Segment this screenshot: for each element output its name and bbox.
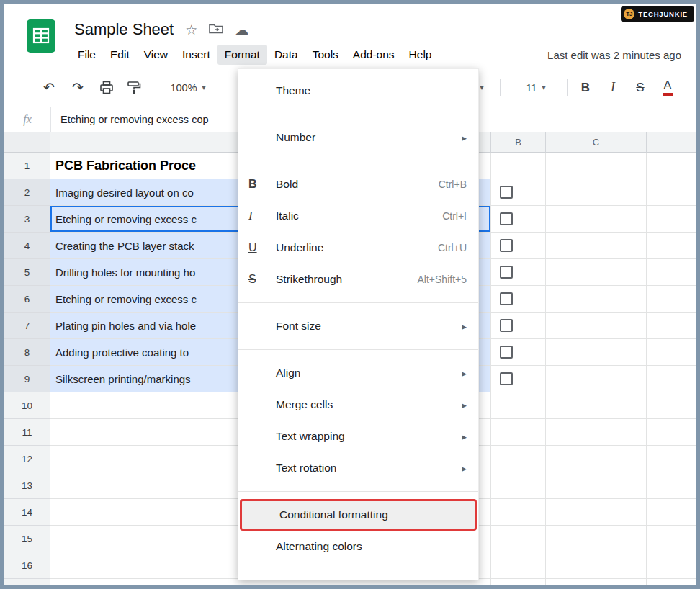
formula-bar-input[interactable]: Etching or removing excess cop xyxy=(51,114,209,125)
cell-c5[interactable] xyxy=(546,259,647,286)
cell-c7[interactable] xyxy=(546,313,647,339)
format-menu-item-text-wrapping[interactable]: Text wrapping ▸ xyxy=(238,421,478,452)
column-header-c[interactable]: C xyxy=(546,132,647,153)
cell-b6[interactable] xyxy=(491,286,546,313)
cell-d14[interactable] xyxy=(647,499,696,526)
zoom-select[interactable]: 100% ▾ xyxy=(160,68,216,107)
cell-d5[interactable] xyxy=(647,259,696,286)
font-size-select[interactable]: 11 ▾ xyxy=(508,68,563,107)
cell-c17[interactable] xyxy=(546,579,647,585)
checkbox-b3[interactable] xyxy=(500,212,513,225)
cell-b17[interactable] xyxy=(491,579,546,585)
row-header-8[interactable]: 8 xyxy=(4,339,50,366)
menu-addons[interactable]: Add-ons xyxy=(346,45,402,65)
format-menu-item-merge-cells[interactable]: Merge cells ▸ xyxy=(238,389,478,421)
format-menu-item-align[interactable]: Align ▸ xyxy=(238,357,478,389)
menu-data[interactable]: Data xyxy=(267,45,305,65)
row-header-10[interactable]: 10 xyxy=(4,392,50,419)
cell-b1[interactable] xyxy=(491,153,546,179)
format-menu-item-strikethrough[interactable]: S Strikethrough Alt+Shift+5 xyxy=(238,264,478,295)
row-header-1[interactable]: 1 xyxy=(4,153,50,179)
cell-b11[interactable] xyxy=(491,419,546,446)
cell-b4[interactable] xyxy=(491,233,546,259)
row-header-9[interactable]: 9 xyxy=(4,366,50,392)
row-header-5[interactable]: 5 xyxy=(4,259,50,286)
cell-d7[interactable] xyxy=(647,313,696,339)
row-header-11[interactable]: 11 xyxy=(4,419,50,446)
cell-b7[interactable] xyxy=(491,313,546,339)
cell-c1[interactable] xyxy=(546,153,647,179)
print-button[interactable] xyxy=(94,68,120,107)
cell-b9[interactable] xyxy=(491,366,546,392)
row-header-15[interactable]: 15 xyxy=(4,526,50,552)
cell-c11[interactable] xyxy=(546,419,647,446)
format-menu-item-bold[interactable]: B Bold Ctrl+B xyxy=(238,168,478,200)
menu-insert[interactable]: Insert xyxy=(175,45,217,65)
bold-button[interactable]: B xyxy=(573,68,598,107)
checkbox-b2[interactable] xyxy=(500,186,513,199)
cell-b12[interactable] xyxy=(491,446,546,472)
row-header-16[interactable]: 16 xyxy=(4,552,50,579)
row-header-3[interactable]: 3 xyxy=(4,206,50,233)
cell-b2[interactable] xyxy=(491,179,546,206)
column-header-b[interactable]: B xyxy=(491,132,546,153)
menu-format[interactable]: Format xyxy=(217,45,267,65)
row-header-14[interactable]: 14 xyxy=(4,499,50,526)
format-menu-item-text-rotation[interactable]: Text rotation ▸ xyxy=(238,452,478,484)
cell-d2[interactable] xyxy=(647,179,696,206)
cell-d11[interactable] xyxy=(647,419,696,446)
format-menu-item-theme[interactable]: Theme xyxy=(238,75,478,107)
redo-button[interactable]: ↷ xyxy=(65,68,91,107)
format-menu-item-underline[interactable]: U Underline Ctrl+U xyxy=(238,232,478,264)
row-header-6[interactable]: 6 xyxy=(4,286,50,313)
checkbox-b7[interactable] xyxy=(500,319,513,332)
row-header-12[interactable]: 12 xyxy=(4,446,50,472)
menu-view[interactable]: View xyxy=(137,45,175,65)
text-color-button[interactable]: A xyxy=(655,68,680,107)
star-icon[interactable]: ☆ xyxy=(185,23,197,37)
menu-file[interactable]: File xyxy=(71,45,103,65)
cell-c14[interactable] xyxy=(546,499,647,526)
cell-d9[interactable] xyxy=(647,366,696,392)
column-header-d[interactable] xyxy=(647,132,696,153)
row-header-7[interactable]: 7 xyxy=(4,313,50,339)
strikethrough-button[interactable]: S xyxy=(628,68,652,107)
menu-edit[interactable]: Edit xyxy=(103,45,137,65)
cloud-status-icon[interactable]: ☁ xyxy=(235,23,248,37)
cell-d16[interactable] xyxy=(647,552,696,579)
cell-d13[interactable] xyxy=(647,472,696,499)
cell-d15[interactable] xyxy=(647,526,696,552)
cell-b10[interactable] xyxy=(491,392,546,419)
cell-b5[interactable] xyxy=(491,259,546,286)
cell-b16[interactable] xyxy=(491,552,546,579)
cell-c8[interactable] xyxy=(546,339,647,366)
cell-c3[interactable] xyxy=(546,206,647,233)
cell-c9[interactable] xyxy=(546,366,647,392)
sheets-logo-icon[interactable] xyxy=(26,19,56,56)
format-menu-item-font-size[interactable]: Font size ▸ xyxy=(238,310,478,342)
cell-c16[interactable] xyxy=(546,552,647,579)
undo-button[interactable]: ↶ xyxy=(36,68,62,107)
cell-d6[interactable] xyxy=(647,286,696,313)
cell-c10[interactable] xyxy=(546,392,647,419)
cell-b8[interactable] xyxy=(491,339,546,366)
cell-b14[interactable] xyxy=(491,499,546,526)
cell-d8[interactable] xyxy=(647,339,696,366)
checkbox-b4[interactable] xyxy=(500,239,513,252)
cell-c6[interactable] xyxy=(546,286,647,313)
document-title[interactable]: Sample Sheet xyxy=(74,20,174,39)
cell-d3[interactable] xyxy=(647,206,696,233)
select-all-corner[interactable] xyxy=(4,132,50,153)
checkbox-b9[interactable] xyxy=(500,372,513,385)
cell-c13[interactable] xyxy=(546,472,647,499)
cell-d10[interactable] xyxy=(647,392,696,419)
cell-b15[interactable] xyxy=(491,526,546,552)
menu-tools[interactable]: Tools xyxy=(305,45,346,65)
cell-c15[interactable] xyxy=(546,526,647,552)
cell-b3[interactable] xyxy=(491,206,546,233)
row-header-4[interactable]: 4 xyxy=(4,233,50,259)
row-header-13[interactable]: 13 xyxy=(4,472,50,499)
format-menu-item-number[interactable]: Number ▸ xyxy=(238,122,478,153)
checkbox-b5[interactable] xyxy=(500,266,513,279)
format-menu-item-alternating-colors[interactable]: Alternating colors xyxy=(238,531,478,562)
